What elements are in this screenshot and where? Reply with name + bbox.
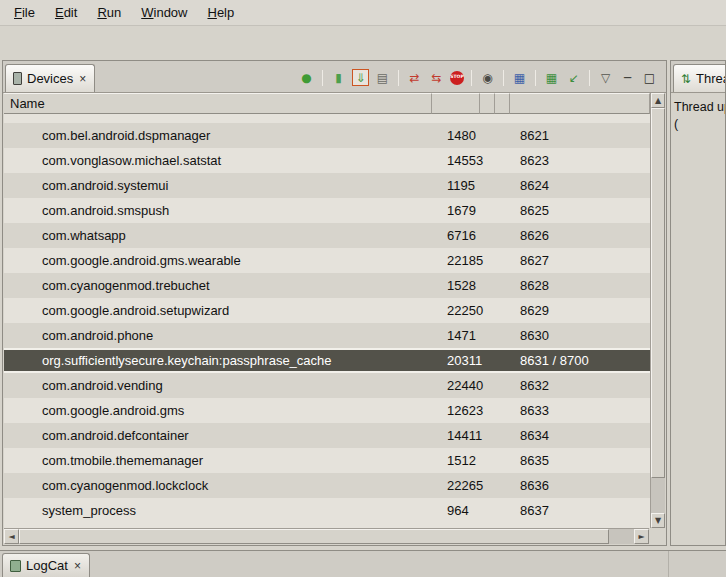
process-name: com.cyanogenmod.trebuchet: [4, 278, 432, 293]
scroll-left-icon[interactable]: ◄: [4, 529, 19, 544]
menu-run[interactable]: Run: [87, 1, 131, 24]
vertical-scrollbar[interactable]: ▲ ▼: [650, 93, 665, 528]
process-port: 8631 / 8700: [510, 353, 650, 368]
device-icon: [13, 72, 22, 85]
horizontal-scroll-thumb[interactable]: [19, 529, 609, 544]
process-name: com.whatsapp: [4, 228, 432, 243]
process-row[interactable]: com.google.android.gms.wearable 22185 86…: [4, 248, 650, 273]
process-pid: 14411: [432, 428, 480, 443]
process-port: 8624: [510, 178, 650, 193]
scroll-up-icon[interactable]: ▲: [651, 93, 665, 108]
process-row[interactable]: org.sufficientlysecure.keychain:passphra…: [4, 348, 650, 373]
view-menu-icon[interactable]: ▽: [597, 69, 614, 86]
table-header: Name: [4, 93, 650, 114]
toolbar-separator: [503, 70, 504, 86]
update-threads-icon[interactable]: ⇄: [406, 69, 423, 86]
process-name: com.android.vending: [4, 378, 432, 393]
threads-tab-label: Threa: [696, 71, 726, 86]
column-header-pid[interactable]: [432, 93, 480, 114]
process-pid: 964: [432, 503, 480, 518]
stop-process-icon[interactable]: STOP: [450, 71, 464, 85]
logcat-bar-divider: [668, 551, 669, 577]
process-port: 8629: [510, 303, 650, 318]
capture-view-icon[interactable]: ▦: [511, 69, 528, 86]
process-port: 8633: [510, 403, 650, 418]
process-pid: 1512: [432, 453, 480, 468]
process-pid: 22185: [432, 253, 480, 268]
cause-gc-icon[interactable]: ▤: [374, 69, 391, 86]
process-name: com.android.smspush: [4, 203, 432, 218]
process-row[interactable]: com.android.phone 1471 8630: [4, 323, 650, 348]
tab-logcat[interactable]: LogCat ×: [2, 553, 90, 577]
menu-window[interactable]: Window: [131, 1, 197, 24]
screen-capture-icon[interactable]: ◉: [479, 69, 496, 86]
logcat-bar: LogCat ×: [0, 550, 726, 577]
toolbar-separator: [398, 70, 399, 86]
process-port: 8625: [510, 203, 650, 218]
process-row[interactable]: com.android.defcontainer 14411 8634: [4, 423, 650, 448]
column-header-name[interactable]: Name: [4, 93, 432, 114]
menu-help[interactable]: Help: [197, 1, 244, 24]
process-row[interactable]: system_process 964 8637: [4, 498, 650, 523]
process-row[interactable]: com.google.android.setupwizard 22250 862…: [4, 298, 650, 323]
process-pid: 6716: [432, 228, 480, 243]
process-name: com.google.android.gms: [4, 403, 432, 418]
process-name: com.android.defcontainer: [4, 428, 432, 443]
devices-panel: Devices × ●▮⇓▤⇄⇆STOP◉▦▦↙▽─□ Name com.bel…: [2, 60, 667, 546]
process-pid: 20311: [432, 353, 480, 368]
vertical-scroll-thumb[interactable]: [651, 108, 665, 478]
menu-bar: File Edit Run Window Help: [0, 0, 726, 26]
devices-tab-label: Devices: [27, 71, 73, 86]
column-header-3[interactable]: [480, 93, 495, 114]
process-port: 8628: [510, 278, 650, 293]
tab-devices[interactable]: Devices ×: [5, 64, 95, 92]
devices-tabbar: Devices × ●▮⇓▤⇄⇆STOP◉▦▦↙▽─□: [3, 61, 666, 93]
toolbar-separator: [589, 70, 590, 86]
process-pid: 22250: [432, 303, 480, 318]
process-port: 8632: [510, 378, 650, 393]
logcat-tab-label: LogCat: [26, 558, 68, 573]
devices-toolbar: ●▮⇓▤⇄⇆STOP◉▦▦↙▽─□: [298, 65, 658, 90]
process-name: com.google.android.gms.wearable: [4, 253, 432, 268]
update-heap-icon[interactable]: ▮: [330, 69, 347, 86]
process-name: com.google.android.setupwizard: [4, 303, 432, 318]
close-icon[interactable]: ×: [73, 559, 82, 573]
process-row[interactable]: com.android.vending 22440 8632: [4, 373, 650, 398]
process-pid: 22265: [432, 478, 480, 493]
process-pid: 1480: [432, 128, 480, 143]
scroll-right-icon[interactable]: ►: [634, 529, 649, 544]
process-port: 8635: [510, 453, 650, 468]
process-port: 8637: [510, 503, 650, 518]
minimize-icon[interactable]: ─: [619, 69, 636, 86]
network-stats-icon[interactable]: ▦: [543, 69, 560, 86]
process-name: com.bel.android.dspmanager: [4, 128, 432, 143]
method-profiling-icon[interactable]: ⇆: [428, 69, 445, 86]
horizontal-scrollbar[interactable]: ◄ ►: [4, 528, 649, 544]
maximize-icon[interactable]: □: [641, 69, 658, 86]
menu-file[interactable]: File: [4, 1, 45, 24]
process-row[interactable]: com.android.smspush 1679 8625: [4, 198, 650, 223]
process-row[interactable]: com.vonglasow.michael.satstat 14553 8623: [4, 148, 650, 173]
process-pid: 12623: [432, 403, 480, 418]
scroll-down-icon[interactable]: ▼: [651, 513, 665, 528]
process-port: 8621: [510, 128, 650, 143]
dump-hprof-icon[interactable]: ⇓: [352, 69, 369, 86]
process-row[interactable]: com.cyanogenmod.lockclock 22265 8636: [4, 473, 650, 498]
process-row[interactable]: com.google.android.gms 12623 8633: [4, 398, 650, 423]
logcat-icon: [10, 560, 21, 572]
start-tracing-icon[interactable]: ↙: [565, 69, 582, 86]
menu-edit[interactable]: Edit: [45, 1, 87, 24]
process-pid: 14553: [432, 153, 480, 168]
close-icon[interactable]: ×: [78, 72, 87, 86]
process-row[interactable]: com.cyanogenmod.trebuchet 1528 8628: [4, 273, 650, 298]
tab-threads[interactable]: ⇅ Threa: [673, 64, 726, 92]
process-row[interactable]: com.whatsapp 6716 8626: [4, 223, 650, 248]
process-row[interactable]: com.android.systemui 1195 8624: [4, 173, 650, 198]
process-row[interactable]: com.tmobile.thememanager 1512 8635: [4, 448, 650, 473]
column-header-port[interactable]: [510, 93, 650, 114]
process-pid: 22440: [432, 378, 480, 393]
process-pid: 1471: [432, 328, 480, 343]
debug-process-icon[interactable]: ●: [298, 69, 315, 86]
column-header-4[interactable]: [495, 93, 510, 114]
process-row[interactable]: com.bel.android.dspmanager 1480 8621: [4, 123, 650, 148]
